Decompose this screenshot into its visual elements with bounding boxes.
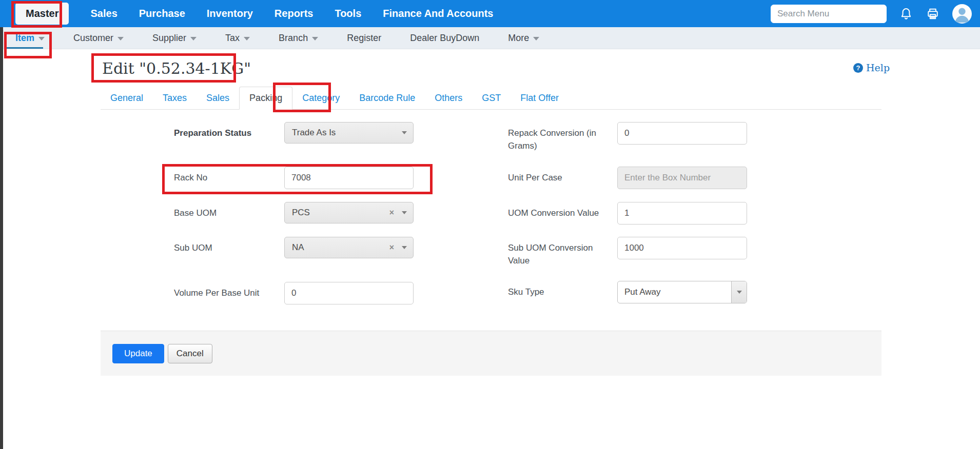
form-footer: Update Cancel (101, 331, 881, 376)
uom-conversion-value-input[interactable] (617, 202, 747, 224)
sku-type-value: Put Away (618, 287, 731, 297)
avatar[interactable] (952, 4, 972, 24)
tab-packing[interactable]: Packing (239, 87, 292, 110)
subnav-dealer-buydown-label: Dealer BuyDown (410, 33, 479, 44)
subnav-item[interactable]: Item (15, 33, 45, 44)
collapsed-sidebar-edge (0, 27, 3, 449)
nav-tools[interactable]: Tools (335, 8, 361, 19)
rack-no-input[interactable] (284, 167, 414, 189)
subnav-customer[interactable]: Customer (73, 33, 124, 44)
select-arrow-segment[interactable] (731, 281, 747, 303)
tab-general[interactable]: General (101, 87, 153, 109)
tab-taxes[interactable]: Taxes (153, 87, 197, 109)
base-uom-label: Base UOM (174, 202, 279, 219)
sub-uom-conversion-value-label: Sub UOM Conversion Value (508, 237, 611, 267)
sub-uom-select[interactable]: NA × (284, 237, 414, 258)
secondary-navigation-bar: Item Customer Supplier Tax Branch Regist… (0, 27, 980, 49)
subnav-more-label: More (508, 33, 529, 44)
nav-reports[interactable]: Reports (275, 8, 313, 19)
preparation-status-label: Preparation Status (174, 122, 279, 139)
subnav-item-label: Item (15, 33, 34, 44)
help-label: Help (866, 62, 890, 73)
sub-uom-value: NA (292, 242, 389, 253)
item-edit-tabs: General Taxes Sales Packing Category Bar… (101, 87, 881, 110)
user-silhouette-icon (952, 4, 972, 24)
sub-uom-label: Sub UOM (174, 237, 279, 254)
printer-icon[interactable] (926, 7, 940, 21)
base-uom-select[interactable]: PCS × (284, 202, 414, 223)
help-question-icon: ? (853, 63, 863, 73)
base-uom-value: PCS (292, 208, 389, 218)
unit-per-case-input[interactable] (617, 167, 747, 189)
repack-conversion-input[interactable] (617, 122, 747, 145)
repack-conversion-label: Repack Conversion (in Grams) (508, 122, 611, 152)
help-link[interactable]: ? Help (853, 62, 890, 73)
subnav-dealer-buydown[interactable]: Dealer BuyDown (410, 33, 479, 44)
chevron-down-icon (402, 246, 407, 249)
topbar-right-cluster (771, 4, 972, 24)
clear-selection-icon[interactable]: × (389, 243, 394, 252)
page-title: Edit "0.52.34-1KG" (102, 59, 251, 77)
uom-conversion-value-label: UOM Conversion Value (508, 202, 611, 219)
chevron-down-icon (244, 37, 250, 40)
chevron-down-icon (402, 211, 407, 214)
top-nav-items: Master Sales Purchase Inventory Reports … (15, 3, 494, 25)
preparation-status-value: Trade As Is (292, 128, 402, 138)
subnav-register[interactable]: Register (347, 33, 381, 44)
top-navigation-bar: Master Sales Purchase Inventory Reports … (0, 0, 980, 27)
chevron-down-icon (312, 37, 318, 40)
sub-uom-conversion-value-input[interactable] (617, 237, 747, 259)
subnav-more[interactable]: More (508, 33, 539, 44)
nav-master[interactable]: Master (15, 3, 69, 25)
chevron-down-icon (737, 291, 742, 294)
subnav-branch-label: Branch (279, 33, 308, 44)
packing-form: Preparation Status Trade As Is Rack No B… (101, 109, 881, 331)
chevron-down-icon (402, 131, 407, 134)
cancel-button[interactable]: Cancel (168, 344, 212, 363)
chevron-down-icon (117, 37, 124, 40)
nav-purchase[interactable]: Purchase (139, 8, 185, 19)
subnav-tax-label: Tax (225, 33, 240, 44)
preparation-status-select[interactable]: Trade As Is (284, 122, 414, 144)
clear-selection-icon[interactable]: × (389, 208, 394, 217)
search-input[interactable] (771, 5, 887, 23)
tab-barcode-rule[interactable]: Barcode Rule (349, 87, 425, 109)
sku-type-label: Sku Type (508, 281, 611, 298)
bell-icon[interactable] (899, 7, 913, 21)
subnav-tax[interactable]: Tax (225, 33, 250, 44)
volume-per-base-unit-label: Volume Per Base Unit (174, 282, 279, 299)
nav-inventory[interactable]: Inventory (207, 8, 253, 19)
chevron-down-icon (38, 37, 45, 40)
tab-gst[interactable]: GST (472, 87, 511, 109)
subnav-register-label: Register (347, 33, 381, 44)
tab-sales[interactable]: Sales (197, 87, 239, 109)
chevron-down-icon (533, 37, 539, 40)
subnav-customer-label: Customer (73, 33, 113, 44)
tab-category[interactable]: Category (292, 87, 349, 109)
tab-flat-offer[interactable]: Flat Offer (511, 87, 569, 109)
chevron-down-icon (190, 37, 197, 40)
subnav-branch[interactable]: Branch (279, 33, 318, 44)
update-button[interactable]: Update (112, 344, 164, 363)
rack-no-label: Rack No (174, 167, 279, 184)
volume-per-base-unit-input[interactable] (284, 282, 414, 304)
unit-per-case-label: Unit Per Case (508, 167, 611, 184)
tab-others[interactable]: Others (425, 87, 472, 109)
subnav-supplier[interactable]: Supplier (152, 33, 197, 44)
sku-type-select[interactable]: Put Away (617, 281, 747, 303)
nav-sales[interactable]: Sales (90, 8, 117, 19)
nav-finance-and-accounts[interactable]: Finance And Accounts (383, 8, 493, 19)
active-subnav-underline (5, 47, 43, 49)
subnav-supplier-label: Supplier (152, 33, 186, 44)
